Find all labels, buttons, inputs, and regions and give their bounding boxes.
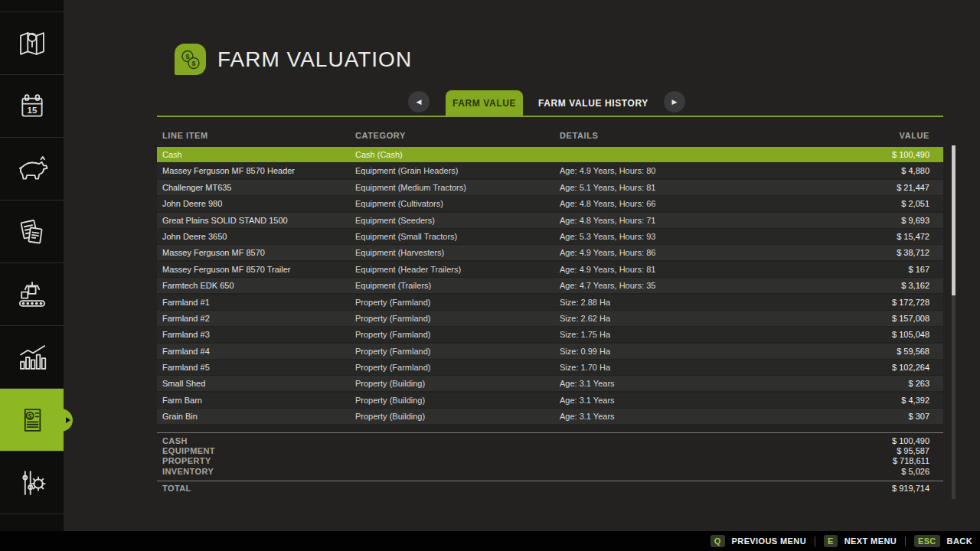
cell-category: Property (Farmland): [355, 314, 560, 323]
column-header-details: DETAILS: [560, 131, 783, 140]
arrow-left-icon: ◀: [416, 98, 422, 106]
cell-line-item: Farmland #2: [157, 314, 355, 323]
cell-details: Age: 4.9 Years, Hours: 80: [560, 166, 783, 175]
page-title: FARM VALUATION: [217, 47, 412, 72]
cell-value: $ 167: [783, 265, 943, 274]
sidebar-item-contracts[interactable]: [0, 201, 64, 263]
tab-next-button[interactable]: ▶: [664, 91, 685, 112]
cell-details: Age: 4.8 Years, Hours: 71: [560, 216, 783, 225]
sidebar: 15: [0, 0, 64, 531]
main-content: $ $ FARM VALUATION ◀ FARM VALUE FARM VAL…: [64, 0, 980, 531]
summary-value: $ 718,611: [893, 456, 943, 465]
scrollbar-thumb[interactable]: [952, 145, 956, 295]
cell-line-item: Great Plains SOLID STAND 1500: [157, 216, 355, 225]
sidebar-item-finances[interactable]: $: [0, 389, 64, 452]
cell-line-item: Small Shed: [157, 379, 355, 388]
table-header: LINE ITEM CATEGORY DETAILS VALUE: [157, 129, 943, 142]
cell-value: $ 100,490: [783, 150, 943, 159]
table-row[interactable]: Farmland #4 Property (Farmland) Size: 0.…: [157, 344, 943, 359]
cell-category: Property (Farmland): [355, 363, 560, 372]
total-divider: [157, 481, 943, 481]
table-row[interactable]: Farmland #1 Property (Farmland) Size: 2.…: [157, 295, 943, 310]
table-row[interactable]: Farm Barn Property (Building) Age: 3.1 Y…: [157, 393, 943, 408]
shortcut[interactable]: ESC BACK: [897, 535, 972, 547]
cell-category: Property (Farmland): [355, 347, 560, 356]
cell-value: $ 157,008: [783, 314, 943, 323]
summary-divider-top: [157, 432, 943, 433]
cell-line-item: Challenger MT635: [157, 183, 355, 192]
cell-line-item: Grain Bin: [157, 412, 355, 421]
shortcut[interactable]: Q PREVIOUS MENU: [710, 535, 806, 547]
cell-value: $ 21,447: [783, 183, 943, 192]
sidebar-item-calendar[interactable]: 15: [0, 75, 64, 138]
cell-category: Equipment (Seeders): [355, 216, 560, 225]
table-row[interactable]: Small Shed Property (Building) Age: 3.1 …: [157, 376, 943, 391]
summary-value: $ 5,026: [901, 467, 943, 476]
sidebar-item-statistics[interactable]: [0, 326, 64, 389]
summary-row: PROPERTY $ 718,611: [157, 456, 943, 466]
table-row[interactable]: Great Plains SOLID STAND 1500 Equipment …: [157, 213, 943, 228]
table-row[interactable]: Massey Ferguson MF 8570 Equipment (Harve…: [157, 245, 943, 260]
table-row[interactable]: John Deere 3650 Equipment (Small Tractor…: [157, 229, 943, 244]
tab-farm-value-history[interactable]: FARM VALUE HISTORY: [538, 90, 648, 116]
cell-category: Property (Farmland): [355, 330, 560, 339]
table-row[interactable]: Massey Ferguson MF 8570 Header Equipment…: [157, 163, 943, 178]
shortcut-key: E: [824, 535, 838, 547]
table-scrollbar[interactable]: [952, 145, 956, 499]
cell-details: Age: 3.1 Years: [560, 412, 783, 421]
table-row[interactable]: Farmtech EDK 650 Equipment (Trailers) Ag…: [157, 278, 943, 293]
farm-valuation-badge: $ $: [175, 44, 206, 75]
sidebar-item-map[interactable]: [0, 12, 64, 75]
sidebar-item-production[interactable]: [0, 263, 64, 326]
cell-details: Size: 1.70 Ha: [560, 363, 783, 372]
table-row[interactable]: Massey Ferguson MF 8570 Trailer Equipmen…: [157, 262, 943, 277]
cell-category: Property (Building): [355, 412, 560, 421]
calendar-icon: 15: [15, 89, 50, 124]
table-row[interactable]: Grain Bin Property (Building) Age: 3.1 Y…: [157, 409, 943, 424]
table-row[interactable]: Cash Cash (Cash) $ 100,490: [157, 147, 943, 162]
table-row[interactable]: Challenger MT635 Equipment (Medium Tract…: [157, 180, 943, 195]
cell-line-item: John Deere 980: [157, 199, 355, 208]
cell-category: Cash (Cash): [355, 150, 560, 159]
total-row: TOTAL $ 919,714: [157, 483, 943, 494]
cell-category: Property (Building): [355, 396, 560, 405]
shortcut-label: NEXT MENU: [844, 536, 897, 546]
cell-category: Equipment (Grain Headers): [355, 166, 560, 175]
cell-value: $ 9,693: [783, 216, 943, 225]
table-row[interactable]: Farmland #5 Property (Farmland) Size: 1.…: [157, 360, 943, 375]
table-row[interactable]: John Deere 980 Equipment (Cultivators) A…: [157, 196, 943, 211]
table-row[interactable]: Farmland #2 Property (Farmland) Size: 2.…: [157, 311, 943, 326]
summary-section: CASH $ 100,490 EQUIPMENT $ 95,587 PROPER…: [157, 435, 943, 477]
cell-value: $ 263: [783, 379, 943, 388]
valuation-table: Cash Cash (Cash) $ 100,490 Massey Fergus…: [157, 147, 943, 425]
shortcut[interactable]: E NEXT MENU: [806, 535, 897, 547]
map-icon: [15, 26, 50, 61]
cell-details: Size: 2.62 Ha: [560, 314, 783, 323]
cell-line-item: Massey Ferguson MF 8570: [157, 248, 355, 257]
tab-farm-value[interactable]: FARM VALUE: [446, 90, 523, 116]
production-icon: [15, 277, 50, 312]
column-header-value: VALUE: [783, 131, 943, 140]
tab-underline: [157, 116, 943, 117]
cell-line-item: Farmland #1: [157, 298, 355, 307]
table-row[interactable]: Farmland #3 Property (Farmland) Size: 1.…: [157, 327, 943, 342]
summary-row: INVENTORY $ 5,026: [157, 466, 943, 476]
sidebar-item-settings[interactable]: [0, 452, 64, 514]
summary-label: EQUIPMENT: [157, 446, 215, 455]
sidebar-item-animals[interactable]: [0, 138, 64, 201]
cell-line-item: Cash: [157, 150, 355, 159]
summary-label: INVENTORY: [157, 467, 214, 476]
cell-value: $ 3,162: [783, 281, 943, 290]
cell-category: Equipment (Header Trailers): [355, 265, 560, 274]
summary-label: PROPERTY: [157, 456, 211, 465]
shortcut-bar: Q PREVIOUS MENU E NEXT MENU ESC BACK: [0, 531, 980, 551]
tab-prev-button[interactable]: ◀: [408, 91, 430, 112]
summary-value: $ 100,490: [892, 436, 943, 445]
shortcut-key: Q: [710, 535, 725, 547]
cell-line-item: Farm Barn: [157, 396, 355, 405]
summary-row: CASH $ 100,490: [157, 435, 943, 445]
cell-details: Size: 1.75 Ha: [560, 330, 783, 339]
contracts-icon: [15, 214, 50, 249]
cell-line-item: Farmland #5: [157, 363, 355, 372]
cell-value: $ 15,472: [783, 232, 943, 241]
